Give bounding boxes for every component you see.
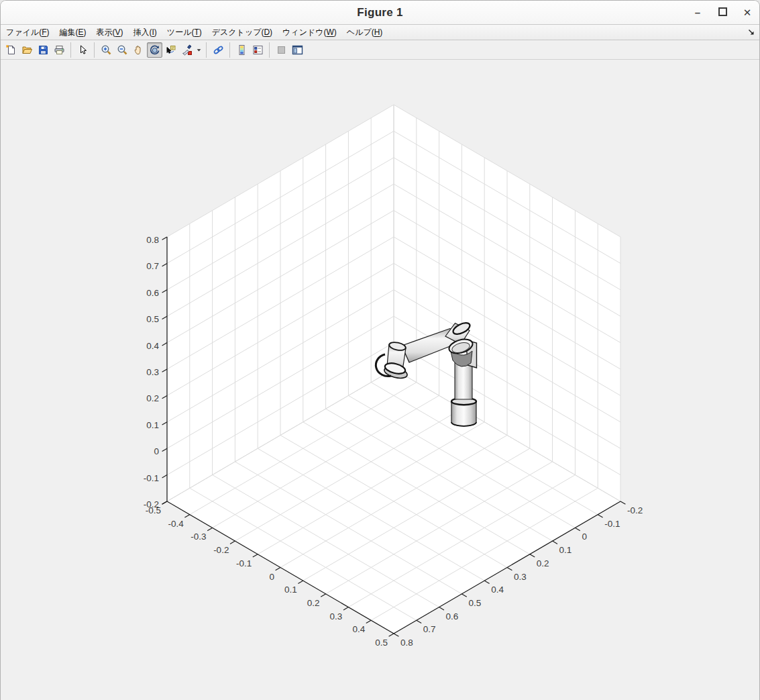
menu-item-file[interactable]: ファイル(F) xyxy=(6,27,49,38)
title-bar[interactable]: Figure 1 – ✕ xyxy=(1,1,759,25)
link-plots-button[interactable] xyxy=(211,42,226,58)
svg-text:0: 0 xyxy=(154,446,159,456)
svg-text:0.3: 0.3 xyxy=(330,611,343,621)
svg-text:0.1: 0.1 xyxy=(146,420,159,430)
svg-text:0.2: 0.2 xyxy=(146,393,159,403)
menu-item-window[interactable]: ウィンドウ(W) xyxy=(282,27,337,38)
dock-figure-arrow-icon[interactable] xyxy=(747,28,756,37)
svg-text:0.4: 0.4 xyxy=(352,624,365,634)
plot-canvas[interactable]: -0.2-0.100.10.20.30.40.50.60.70.8-0.5-0.… xyxy=(1,60,760,700)
close-button[interactable]: ✕ xyxy=(742,7,753,17)
minimize-button[interactable]: – xyxy=(692,7,703,17)
menu-items: ファイル(F)編集(E)表示(V)挿入(I)ツール(T)デスクトップ(D)ウィン… xyxy=(6,27,392,38)
svg-text:0.1: 0.1 xyxy=(284,585,297,595)
svg-text:-0.5: -0.5 xyxy=(146,505,161,515)
pan-icon xyxy=(133,44,144,56)
maximize-icon xyxy=(718,7,727,16)
menu-item-desktop[interactable]: デスクトップ(D) xyxy=(212,27,272,38)
svg-text:0.2: 0.2 xyxy=(307,598,320,608)
svg-text:0.3: 0.3 xyxy=(146,367,159,377)
hide-plot-tools-button[interactable] xyxy=(274,42,289,58)
maximize-button[interactable] xyxy=(717,7,728,17)
svg-text:0: 0 xyxy=(269,572,274,582)
menu-item-help[interactable]: ヘルプ(H) xyxy=(347,27,383,38)
zoom-out-icon xyxy=(117,44,128,56)
svg-text:-0.1: -0.1 xyxy=(604,519,620,529)
zoom-out-button[interactable] xyxy=(115,42,130,58)
svg-text:0.4: 0.4 xyxy=(491,585,504,595)
svg-text:0.6: 0.6 xyxy=(446,611,459,621)
save-figure-icon xyxy=(38,44,49,56)
print-figure-button[interactable] xyxy=(52,42,67,58)
svg-text:-0.1: -0.1 xyxy=(144,473,159,483)
toolbar-separator xyxy=(269,42,270,58)
brush-dropdown-icon xyxy=(196,44,202,56)
zoom-in-icon xyxy=(101,44,112,56)
brush-icon xyxy=(181,44,193,56)
pan-button[interactable] xyxy=(131,42,146,58)
window-title: Figure 1 xyxy=(357,6,403,19)
svg-text:0.5: 0.5 xyxy=(146,314,159,324)
insert-legend-icon xyxy=(252,44,264,56)
menu-item-edit[interactable]: 編集(E) xyxy=(59,27,86,38)
svg-text:0.8: 0.8 xyxy=(146,235,159,245)
hide-plot-tools-icon xyxy=(276,44,287,56)
show-plot-tools-icon xyxy=(292,44,303,56)
insert-colorbar-icon xyxy=(236,44,248,56)
svg-text:0.1: 0.1 xyxy=(559,545,572,555)
new-figure-button[interactable] xyxy=(3,42,19,58)
svg-text:0.5: 0.5 xyxy=(468,598,481,608)
insert-colorbar-button[interactable] xyxy=(234,42,250,58)
print-figure-icon xyxy=(54,44,65,56)
svg-text:-0.2: -0.2 xyxy=(213,545,229,555)
rotate-3d-icon xyxy=(149,44,160,56)
open-file-icon xyxy=(21,44,33,56)
svg-text:-0.2: -0.2 xyxy=(627,505,643,515)
svg-text:-0.3: -0.3 xyxy=(191,532,206,542)
svg-text:0.5: 0.5 xyxy=(375,638,388,648)
edit-plot-button[interactable] xyxy=(75,42,91,58)
insert-legend-button[interactable] xyxy=(250,42,266,58)
svg-text:0.7: 0.7 xyxy=(423,624,436,634)
menu-bar: ファイル(F)編集(E)表示(V)挿入(I)ツール(T)デスクトップ(D)ウィン… xyxy=(1,25,759,40)
svg-text:0.7: 0.7 xyxy=(146,261,159,271)
window-controls: – ✕ xyxy=(692,1,753,24)
link-plots-icon xyxy=(213,44,224,56)
figure-canvas-area: -0.2-0.100.10.20.30.40.50.60.70.8-0.5-0.… xyxy=(1,60,759,700)
menu-item-insert[interactable]: 挿入(I) xyxy=(133,27,157,38)
save-figure-button[interactable] xyxy=(36,42,51,58)
toolbar-separator xyxy=(229,42,230,58)
data-cursor-icon xyxy=(165,44,176,56)
svg-text:0.3: 0.3 xyxy=(514,572,527,582)
edit-plot-icon xyxy=(77,44,89,56)
data-cursor-button[interactable] xyxy=(163,42,178,58)
toolbar xyxy=(1,40,759,60)
new-figure-icon xyxy=(5,44,17,56)
menu-item-view[interactable]: 表示(V) xyxy=(96,27,123,38)
svg-text:0.6: 0.6 xyxy=(146,288,159,298)
brush-button[interactable] xyxy=(179,42,195,58)
menu-item-tools[interactable]: ツール(T) xyxy=(167,27,202,38)
show-plot-tools-button[interactable] xyxy=(290,42,305,58)
figure-window: Figure 1 – ✕ ファイル(F)編集(E)表示(V)挿入(I)ツール(T… xyxy=(0,0,760,700)
toolbar-separator xyxy=(206,42,207,58)
brush-dropdown-button[interactable] xyxy=(195,42,203,58)
toolbar-separator xyxy=(70,42,71,58)
svg-text:-0.1: -0.1 xyxy=(236,558,252,568)
toolbar-separator xyxy=(94,42,95,58)
svg-text:0.4: 0.4 xyxy=(146,341,159,351)
svg-text:0.8: 0.8 xyxy=(400,638,413,648)
svg-text:0.2: 0.2 xyxy=(537,558,549,568)
zoom-in-button[interactable] xyxy=(99,42,114,58)
rotate-3d-button[interactable] xyxy=(147,42,162,58)
svg-text:0: 0 xyxy=(582,532,587,542)
open-file-button[interactable] xyxy=(19,42,35,58)
svg-text:-0.4: -0.4 xyxy=(168,519,184,529)
